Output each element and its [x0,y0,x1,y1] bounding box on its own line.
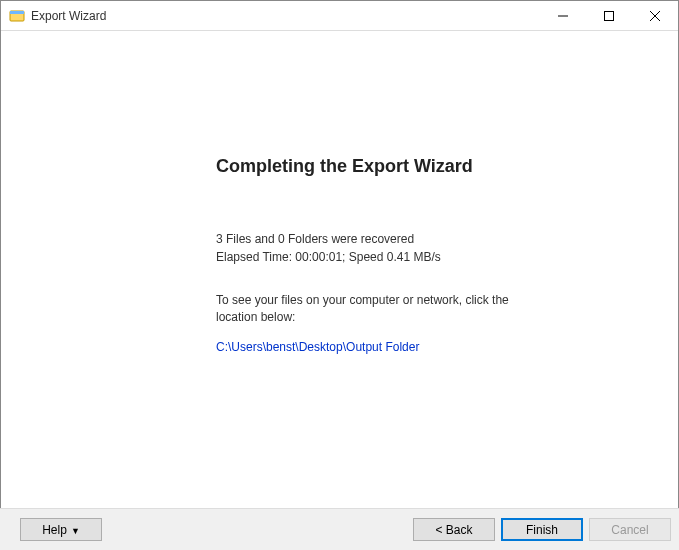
page-heading: Completing the Export Wizard [216,156,678,177]
wizard-page: Completing the Export Wizard 3 Files and… [1,31,678,354]
help-button[interactable]: Help▼ [20,518,102,541]
window-controls [540,1,678,30]
cancel-button[interactable]: Cancel [589,518,671,541]
app-icon [9,8,25,24]
recovery-summary: 3 Files and 0 Folders were recovered [216,232,678,246]
window-title: Export Wizard [31,9,106,23]
timing-summary: Elapsed Time: 00:00:01; Speed 0.41 MB/s [216,250,678,264]
svg-rect-3 [605,11,614,20]
minimize-button[interactable] [540,1,586,30]
svg-rect-1 [10,11,24,14]
maximize-button[interactable] [586,1,632,30]
finish-button[interactable]: Finish [501,518,583,541]
titlebar: Export Wizard [1,1,678,31]
chevron-down-icon: ▼ [71,526,80,536]
help-button-label: Help [42,523,67,537]
output-folder-link[interactable]: C:\Users\benst\Desktop\Output Folder [216,340,419,354]
close-button[interactable] [632,1,678,30]
wizard-content: Completing the Export Wizard 3 Files and… [1,31,678,507]
location-hint: To see your files on your computer or ne… [216,292,516,326]
footer: Help▼ < Back Finish Cancel [0,508,679,550]
back-button[interactable]: < Back [413,518,495,541]
